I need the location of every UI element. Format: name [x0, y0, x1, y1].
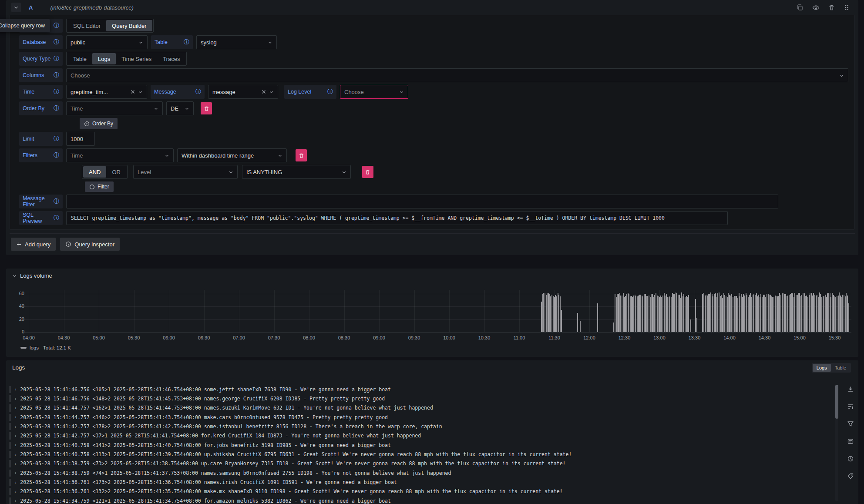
- log-details-icon[interactable]: [847, 438, 854, 445]
- log-row[interactable]: ›2025-05-28 15:41:44.757 <146>2 2025-05-…: [10, 413, 830, 422]
- logs-view-option[interactable]: Logs: [813, 364, 831, 372]
- add-order-by-button[interactable]: Order By: [80, 118, 118, 129]
- query-builder-option[interactable]: Query Builder: [106, 20, 152, 31]
- filters-row: Filtersⓘ Time Within dashboard time rang…: [19, 148, 848, 162]
- info-icon[interactable]: ⓘ: [327, 88, 333, 96]
- legend-series-name[interactable]: logs: [30, 345, 39, 350]
- time-column-select[interactable]: greptime_tim...: [66, 85, 147, 99]
- message-filter-input[interactable]: [66, 195, 778, 208]
- log-row[interactable]: ›2025-05-28 15:41:40.758 <113>1 2025-05-…: [10, 450, 830, 459]
- filter-operator-select[interactable]: IS ANYTHING: [242, 165, 351, 179]
- query-type-table[interactable]: Table: [67, 53, 92, 64]
- info-icon[interactable]: ⓘ: [195, 88, 201, 96]
- volume-bar: [834, 296, 835, 332]
- sort-order-icon[interactable]: [847, 403, 854, 410]
- query-inspector-button[interactable]: Query inspector: [60, 238, 120, 251]
- chart-legend[interactable]: logs Total: 12.1 K: [20, 345, 71, 350]
- remove-filter-button[interactable]: [296, 149, 307, 161]
- expand-caret-icon[interactable]: ›: [15, 433, 16, 438]
- filter-condition-row: AND OR Level IS ANYTHING: [19, 165, 848, 179]
- add-filter-button[interactable]: Filter: [85, 181, 114, 192]
- log-row[interactable]: ›2025-05-28 15:41:38.759 <74>1 2025-05-2…: [10, 468, 830, 477]
- scrollbar-thumb[interactable]: [835, 385, 838, 419]
- expand-caret-icon[interactable]: ›: [15, 489, 16, 494]
- columns-select[interactable]: Choose: [66, 68, 848, 82]
- info-icon[interactable]: ⓘ: [54, 135, 59, 143]
- chevron-down-icon: [138, 90, 143, 94]
- log-row[interactable]: ›2025-05-28 15:41:46.756 <148>2 2025-05-…: [10, 394, 830, 403]
- table-select[interactable]: syslog: [196, 35, 277, 49]
- info-icon[interactable]: ⓘ: [54, 214, 59, 222]
- volume-bar: [845, 296, 846, 332]
- log-row[interactable]: ›2025-05-28 15:41:38.759 <73>2 2025-05-2…: [10, 459, 830, 468]
- logs-scrollbar[interactable]: [835, 385, 838, 501]
- grid-line: [24, 332, 851, 333]
- clock-icon[interactable]: [847, 455, 854, 462]
- volume-bar: [799, 293, 800, 332]
- download-icon[interactable]: [847, 386, 854, 393]
- filter-level-select[interactable]: Level: [133, 165, 238, 179]
- expand-caret-icon[interactable]: ›: [15, 461, 16, 466]
- filter-range-select[interactable]: Within dashboard time range: [177, 148, 287, 162]
- clear-icon[interactable]: [131, 90, 135, 94]
- limit-input[interactable]: [66, 132, 95, 146]
- expand-caret-icon[interactable]: ›: [15, 406, 16, 410]
- remove-query-trash-icon[interactable]: [828, 4, 835, 11]
- message-column-select[interactable]: message: [208, 85, 278, 99]
- log-row[interactable]: ›2025-05-28 15:41:42.757 <178>2 2025-05-…: [10, 422, 830, 431]
- expand-caret-icon[interactable]: ›: [15, 396, 16, 401]
- remove-order-by-button[interactable]: [201, 102, 212, 114]
- or-option[interactable]: OR: [106, 166, 126, 178]
- log-row[interactable]: ›2025-05-28 15:41:40.758 <141>2 2025-05-…: [10, 440, 830, 450]
- add-query-button[interactable]: Add query: [11, 238, 56, 251]
- query-type-traces[interactable]: Traces: [157, 53, 185, 64]
- info-icon[interactable]: ⓘ: [184, 38, 189, 46]
- info-icon[interactable]: ⓘ: [54, 38, 59, 46]
- order-by-direction-select[interactable]: DESC: [166, 101, 194, 115]
- info-icon[interactable]: ⓘ: [54, 22, 59, 30]
- clear-icon[interactable]: [262, 90, 266, 94]
- log-row[interactable]: ›2025-05-28 15:41:42.757 <37>1 2025-05-2…: [10, 431, 830, 440]
- duplicate-query-icon[interactable]: [797, 4, 803, 11]
- expand-caret-icon[interactable]: ›: [15, 424, 16, 429]
- log-row[interactable]: ›2025-05-28 15:41:36.761 <173>2 2025-05-…: [10, 477, 830, 487]
- info-icon[interactable]: ⓘ: [54, 198, 59, 205]
- order-by-field-select[interactable]: Time: [66, 101, 163, 115]
- table-view-option[interactable]: Table: [831, 364, 850, 372]
- expand-caret-icon[interactable]: ›: [15, 415, 16, 420]
- info-icon[interactable]: ⓘ: [54, 151, 59, 159]
- grid-line: [449, 290, 450, 332]
- info-icon[interactable]: ⓘ: [54, 55, 59, 63]
- and-option[interactable]: AND: [83, 166, 106, 178]
- volume-bar: [545, 293, 545, 332]
- filter-field-select[interactable]: Time: [66, 148, 174, 162]
- log-row[interactable]: ›2025-05-28 15:41:44.757 <162>1 2025-05-…: [10, 403, 830, 413]
- log-row[interactable]: ›2025-05-28 15:41:36.761 <132>2 2025-05-…: [10, 487, 830, 496]
- expand-caret-icon[interactable]: ›: [15, 470, 16, 475]
- info-icon[interactable]: ⓘ: [54, 71, 59, 79]
- hide-response-eye-icon[interactable]: [812, 4, 820, 11]
- expand-caret-icon[interactable]: ›: [15, 452, 16, 457]
- log-row[interactable]: ›2025-05-28 15:41:34.759 <121>1 2025-05-…: [10, 496, 830, 504]
- filter-funnel-icon[interactable]: [847, 420, 854, 427]
- query-type-logs[interactable]: Logs: [92, 53, 116, 64]
- volume-bar: [550, 296, 551, 332]
- sql-editor-option[interactable]: SQL Editor: [67, 20, 106, 31]
- info-icon[interactable]: ⓘ: [54, 88, 59, 96]
- log-row[interactable]: ›2025-05-28 15:41:46.756 <105>1 2025-05-…: [10, 385, 830, 394]
- info-icon[interactable]: ⓘ: [54, 104, 59, 112]
- database-select[interactable]: public: [66, 35, 148, 49]
- query-type-time-series[interactable]: Time Series: [116, 53, 157, 64]
- expand-caret-icon[interactable]: ›: [15, 387, 16, 392]
- expand-caret-icon[interactable]: ›: [15, 480, 16, 485]
- expand-caret-icon[interactable]: ›: [15, 443, 16, 447]
- expand-caret-icon[interactable]: ›: [15, 498, 16, 503]
- volume-bar: [644, 294, 645, 332]
- drag-handle-icon[interactable]: [844, 4, 850, 11]
- log-level-select[interactable]: Choose: [340, 85, 408, 99]
- remove-filter-condition-button[interactable]: [362, 166, 373, 178]
- tag-icon[interactable]: [847, 473, 854, 480]
- volume-bar: [842, 295, 843, 332]
- logs-volume-header[interactable]: Logs volume: [6, 269, 858, 279]
- collapse-query-row-button[interactable]: [11, 3, 21, 12]
